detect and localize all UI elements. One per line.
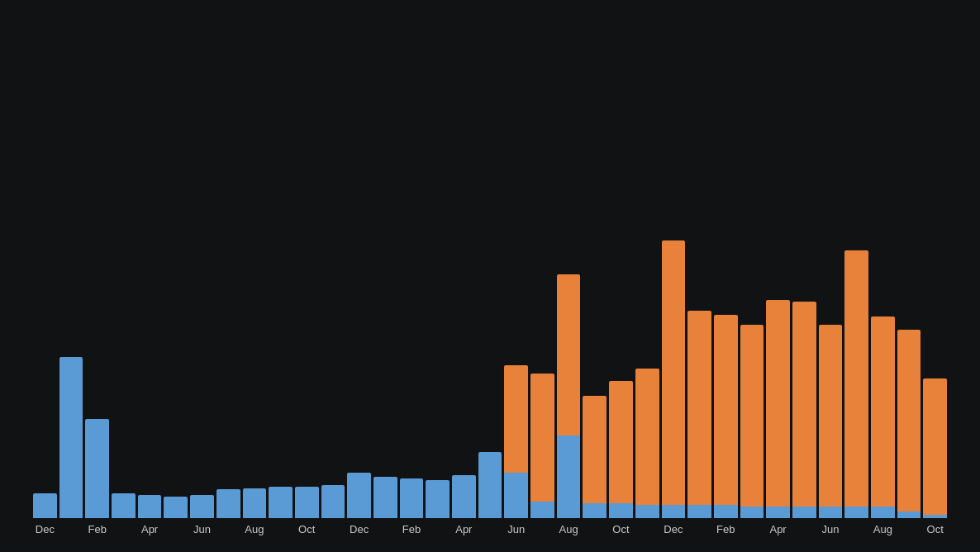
bar-group bbox=[269, 487, 293, 518]
x-axis-label: Feb bbox=[85, 523, 109, 535]
bar-blue bbox=[844, 507, 868, 518]
bar-group bbox=[897, 330, 921, 518]
x-axis-label: Oct bbox=[295, 523, 319, 535]
bar-stack bbox=[530, 374, 554, 518]
bar-group bbox=[321, 485, 345, 518]
bar-group bbox=[243, 488, 267, 518]
x-axis-label bbox=[844, 523, 868, 535]
x-axis-label bbox=[112, 523, 136, 535]
x-axis-label bbox=[164, 523, 188, 535]
bar-blue bbox=[347, 473, 371, 518]
x-axis-labels: DecFebAprJunAugOctDecFebAprJunAugOctDecF… bbox=[33, 523, 947, 535]
bar-blue bbox=[164, 497, 188, 518]
bar-group bbox=[190, 495, 214, 518]
bar-blue bbox=[85, 419, 109, 518]
bar-orange bbox=[662, 240, 686, 505]
bar-group bbox=[557, 274, 581, 518]
bar-blue bbox=[609, 503, 633, 518]
bar-stack bbox=[478, 452, 502, 518]
bar-blue bbox=[662, 505, 686, 518]
x-axis-label: Oct bbox=[923, 523, 947, 535]
bar-stack bbox=[792, 302, 816, 518]
bar-stack bbox=[662, 240, 686, 518]
bar-group bbox=[609, 381, 633, 518]
bar-blue bbox=[766, 507, 790, 518]
x-axis-label: Dec bbox=[662, 523, 686, 535]
bar-group bbox=[33, 493, 57, 518]
bar-stack bbox=[321, 485, 345, 518]
bar-group bbox=[347, 473, 371, 518]
x-axis-label bbox=[687, 523, 711, 535]
bar-orange bbox=[871, 316, 895, 507]
bar-blue bbox=[190, 495, 214, 518]
bar-stack bbox=[164, 497, 188, 518]
bar-stack bbox=[609, 381, 633, 518]
bar-stack bbox=[112, 493, 136, 518]
bar-group bbox=[871, 316, 895, 518]
bar-stack bbox=[216, 489, 240, 518]
bar-blue bbox=[923, 515, 947, 518]
bar-group bbox=[59, 357, 83, 518]
bar-blue bbox=[452, 475, 476, 518]
x-axis-label: Aug bbox=[243, 523, 267, 535]
bar-group bbox=[844, 250, 868, 518]
bar-stack bbox=[844, 250, 868, 518]
bar-stack bbox=[766, 300, 790, 518]
bar-blue bbox=[635, 505, 659, 518]
bar-stack bbox=[33, 493, 57, 518]
bar-orange bbox=[583, 396, 607, 503]
bar-blue bbox=[295, 487, 319, 518]
bar-orange bbox=[504, 365, 528, 473]
bar-blue bbox=[557, 435, 581, 518]
bar-group bbox=[426, 480, 450, 518]
bar-group bbox=[714, 315, 738, 518]
bar-stack bbox=[138, 495, 162, 518]
bar-blue bbox=[243, 488, 267, 518]
bar-group bbox=[85, 419, 109, 518]
bar-blue bbox=[583, 503, 607, 518]
x-axis-label bbox=[216, 523, 240, 535]
bar-group bbox=[530, 374, 554, 518]
bar-blue bbox=[792, 507, 816, 518]
bar-orange bbox=[923, 378, 947, 515]
bar-stack bbox=[583, 396, 607, 518]
bar-stack bbox=[85, 419, 109, 518]
bar-group bbox=[687, 311, 711, 518]
bar-blue bbox=[112, 493, 136, 518]
bars-container bbox=[33, 63, 947, 518]
x-axis-label bbox=[426, 523, 450, 535]
bar-orange bbox=[687, 311, 711, 505]
dashboard-container: DecFebAprJunAugOctDecFebAprJunAugOctDecF… bbox=[0, 0, 980, 552]
bar-group bbox=[478, 452, 502, 518]
x-axis-label: Jun bbox=[190, 523, 214, 535]
x-axis-label: Apr bbox=[766, 523, 790, 535]
x-axis-label bbox=[269, 523, 293, 535]
x-axis-label bbox=[897, 523, 921, 535]
bar-blue bbox=[819, 507, 843, 518]
bar-stack bbox=[452, 475, 476, 518]
bar-stack bbox=[347, 473, 371, 518]
bar-orange bbox=[557, 274, 581, 435]
bar-group bbox=[583, 396, 607, 518]
bar-blue bbox=[714, 505, 738, 518]
x-axis-label: Oct bbox=[609, 523, 633, 535]
x-axis-label: Aug bbox=[557, 523, 581, 535]
chart-area: DecFebAprJunAugOctDecFebAprJunAugOctDecF… bbox=[33, 63, 947, 535]
bar-blue bbox=[687, 505, 711, 518]
x-axis-label bbox=[321, 523, 345, 535]
bar-group bbox=[740, 325, 764, 518]
bar-group bbox=[504, 365, 528, 518]
x-axis-label bbox=[583, 523, 607, 535]
bar-stack bbox=[714, 315, 738, 518]
bar-group bbox=[295, 487, 319, 518]
bar-orange bbox=[792, 302, 816, 507]
bar-orange bbox=[844, 250, 868, 507]
x-axis-label bbox=[635, 523, 659, 535]
bar-stack bbox=[59, 357, 83, 518]
bar-blue bbox=[59, 357, 83, 518]
bar-group bbox=[923, 378, 947, 518]
x-axis-label bbox=[373, 523, 397, 535]
bar-stack bbox=[400, 478, 424, 518]
bar-group bbox=[452, 475, 476, 518]
bar-group bbox=[216, 489, 240, 518]
